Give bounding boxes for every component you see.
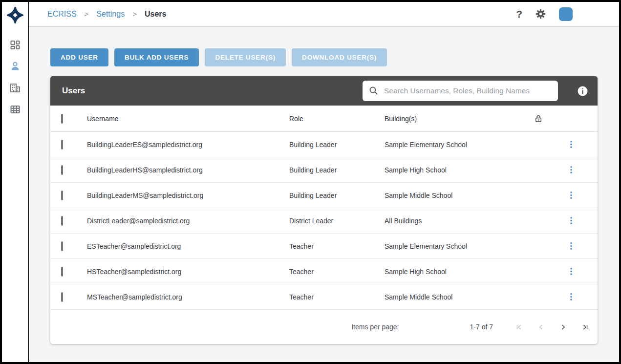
row-role: Teacher <box>288 242 383 250</box>
pagination-range: 1-7 of 7 <box>470 323 493 331</box>
row-checkbox[interactable] <box>61 241 63 251</box>
grid-table-icon <box>9 104 21 117</box>
breadcrumb: ECRISS > Settings > Users <box>47 10 166 19</box>
row-checkbox[interactable] <box>61 216 63 226</box>
column-header-username: Username <box>86 115 288 123</box>
pagination-controls <box>515 323 589 331</box>
column-header-buildings: Building(s) <box>383 115 533 123</box>
table-row: BuildingLeaderMS@sampledistrict.org Buil… <box>50 183 598 208</box>
row-buildings: Sample Elementary School <box>383 141 533 149</box>
next-page-icon[interactable] <box>559 323 567 331</box>
table-footer: Items per page: 1-7 of 7 <box>50 310 598 344</box>
search-input[interactable] <box>383 86 554 96</box>
table-row: HSTeacher@sampledistrict.org Teacher Sam… <box>50 259 598 284</box>
building-icon <box>9 82 21 96</box>
content: ADD USER BULK ADD USERS DELETE USER(S) D… <box>29 27 619 344</box>
row-menu-kebab-icon[interactable] <box>567 165 575 175</box>
breadcrumb-ecriss[interactable]: ECRISS <box>47 10 77 19</box>
items-per-page-label: Items per page: <box>351 323 399 331</box>
first-page-icon[interactable] <box>515 323 523 331</box>
panel-title: Users <box>62 86 85 96</box>
row-username: BuildingLeaderES@sampledistrict.org <box>86 141 288 149</box>
row-menu-kebab-icon[interactable] <box>567 267 575 277</box>
row-buildings: Sample Middle School <box>383 293 533 301</box>
sidebar-item-data-tables[interactable] <box>9 105 21 116</box>
sidebar-item-users[interactable] <box>9 62 21 73</box>
row-role: Building Leader <box>288 166 383 174</box>
row-username: DistrictLeader@sampledistrict.org <box>86 217 288 225</box>
last-page-icon[interactable] <box>581 323 589 331</box>
row-username: BuildingLeaderHS@sampledistrict.org <box>86 166 288 174</box>
row-menu-kebab-icon[interactable] <box>567 292 575 302</box>
breadcrumb-separator-icon: > <box>85 10 89 18</box>
users-panel-header: Users <box>50 76 598 106</box>
select-all-checkbox[interactable] <box>61 114 63 124</box>
delete-users-button[interactable]: DELETE USER(S) <box>205 48 286 66</box>
row-username: HSTeacher@sampledistrict.org <box>86 268 288 276</box>
row-checkbox[interactable] <box>61 165 63 175</box>
row-menu-kebab-icon[interactable] <box>567 216 575 226</box>
users-panel: Users <box>50 76 598 344</box>
row-checkbox[interactable] <box>61 292 63 302</box>
user-avatar[interactable] <box>559 7 573 21</box>
download-users-button[interactable]: DOWNLOAD USER(S) <box>292 48 387 66</box>
table-row: BuildingLeaderES@sampledistrict.org Buil… <box>50 132 598 157</box>
help-icon[interactable]: ? <box>516 9 522 19</box>
row-role: Building Leader <box>288 141 383 149</box>
row-menu-kebab-icon[interactable] <box>567 140 575 150</box>
row-username: MSTeacher@sampledistrict.org <box>86 293 288 301</box>
sidebar-item-buildings[interactable] <box>9 83 21 95</box>
table-row: DistrictLeader@sampledistrict.org Distri… <box>50 208 598 234</box>
breadcrumb-settings[interactable]: Settings <box>96 10 125 19</box>
row-buildings: Sample Elementary School <box>383 242 533 250</box>
table-row: BuildingLeaderHS@sampledistrict.org Buil… <box>50 157 598 183</box>
app-logo-icon[interactable] <box>6 6 24 24</box>
row-buildings: Sample Middle School <box>383 192 533 199</box>
row-menu-kebab-icon[interactable] <box>567 191 575 200</box>
settings-gear-icon[interactable] <box>535 8 547 20</box>
row-menu-kebab-icon[interactable] <box>567 241 575 251</box>
row-role: District Leader <box>288 217 383 225</box>
row-role: Building Leader <box>288 192 383 199</box>
breadcrumb-separator-icon: > <box>132 10 137 18</box>
table-row: ESTeacher@sampledistrict.org Teacher Sam… <box>50 234 598 259</box>
sidebar <box>2 2 29 362</box>
row-username: ESTeacher@sampledistrict.org <box>86 242 288 250</box>
table-header-row: Username Role Building(s) <box>50 106 598 132</box>
topbar-actions: ? <box>516 7 573 21</box>
user-actions-toolbar: ADD USER BULK ADD USERS DELETE USER(S) D… <box>50 48 598 66</box>
dashboard-icon <box>9 39 21 53</box>
row-buildings: All Buildings <box>383 217 533 225</box>
lock-column-icon <box>534 114 543 124</box>
app-window: ECRISS > Settings > Users ? <box>2 2 619 362</box>
bulk-add-users-button[interactable]: BULK ADD USERS <box>114 48 199 66</box>
breadcrumb-users-current: Users <box>145 10 166 19</box>
search-icon <box>368 86 379 96</box>
main-area: ECRISS > Settings > Users ? <box>29 2 619 362</box>
add-user-button[interactable]: ADD USER <box>50 48 108 66</box>
info-icon[interactable] <box>578 86 588 96</box>
row-buildings: Sample High School <box>383 166 533 174</box>
row-checkbox[interactable] <box>61 140 63 150</box>
sidebar-item-dashboard[interactable] <box>9 40 21 52</box>
row-username: BuildingLeaderMS@sampledistrict.org <box>86 192 288 199</box>
row-buildings: Sample High School <box>383 268 533 276</box>
row-role: Teacher <box>288 268 383 276</box>
table-body: BuildingLeaderES@sampledistrict.org Buil… <box>50 132 598 310</box>
search-box <box>363 81 558 101</box>
row-role: Teacher <box>288 293 383 301</box>
row-checkbox[interactable] <box>61 267 63 277</box>
previous-page-icon[interactable] <box>537 323 545 331</box>
person-icon <box>9 61 21 74</box>
row-checkbox[interactable] <box>61 191 63 200</box>
topbar: ECRISS > Settings > Users ? <box>29 2 619 27</box>
column-header-role: Role <box>288 115 383 123</box>
table-row: MSTeacher@sampledistrict.org Teacher Sam… <box>50 284 598 310</box>
